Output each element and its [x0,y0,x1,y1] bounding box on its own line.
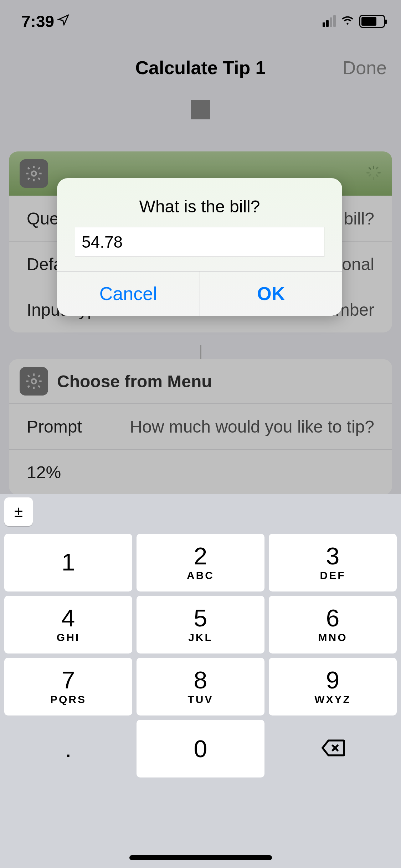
key-6[interactable]: 6MNO [269,596,397,653]
plus-minus-key[interactable]: ± [4,497,33,526]
key-dot[interactable]: . [4,720,132,777]
svg-point-9 [32,379,36,384]
gear-icon [20,367,48,396]
status-time: 7:39 [21,12,54,31]
status-bar: 7:39 [0,0,401,43]
key-9[interactable]: 9WXYZ [269,658,397,715]
dialog-title: What is the bill? [57,178,342,227]
svg-rect-1 [373,166,374,169]
row-value: How much would you like to tip? [130,417,374,436]
svg-rect-4 [377,172,381,174]
card-header: Choose from Menu [9,359,392,404]
svg-rect-2 [373,177,374,180]
home-indicator[interactable] [129,855,272,860]
svg-rect-5 [368,167,371,170]
svg-rect-7 [375,166,379,170]
key-1[interactable]: 1 [4,534,132,591]
field-row[interactable]: Prompt How much would you like to tip? [9,404,392,449]
done-button[interactable]: Done [343,57,387,78]
svg-rect-6 [375,174,379,177]
row-label: Prompt [27,417,82,436]
key-7[interactable]: 7PQRS [4,658,132,715]
svg-rect-3 [366,172,370,174]
key-8[interactable]: 8TUV [137,658,264,715]
stop-control[interactable] [0,93,401,141]
field-row[interactable]: 12% [9,449,392,495]
key-0[interactable]: 0 [137,720,264,777]
key-delete[interactable] [269,720,397,777]
key-3[interactable]: 3DEF [269,534,397,591]
ok-button[interactable]: OK [200,272,343,316]
row-value: bill? [344,209,374,228]
row-label: Que [27,209,59,228]
backspace-icon [321,739,345,758]
key-5[interactable]: 5JKL [137,596,264,653]
prompt-dialog: What is the bill? Cancel OK [57,178,342,316]
svg-rect-8 [368,174,371,177]
cancel-button[interactable]: Cancel [57,272,200,316]
dialog-input[interactable] [75,227,324,257]
row-value: onal [342,254,374,274]
cellular-icon [323,16,336,27]
nav-header: Calculate Tip 1 Done [0,43,401,93]
svg-point-0 [32,171,36,176]
card-title: Choose from Menu [57,372,212,391]
page-title: Calculate Tip 1 [135,57,266,78]
key-4[interactable]: 4GHI [4,596,132,653]
number-keyboard: ± 1 2ABC 3DEF 4GHI 5JKL 6MNO 7PQRS 8TUV … [0,494,401,868]
wifi-icon [340,12,355,31]
action-card-choose-menu[interactable]: Choose from Menu Prompt How much would y… [9,359,392,495]
row-label: 12% [27,463,61,482]
stop-icon [191,100,210,119]
battery-icon [359,15,385,28]
key-2[interactable]: 2ABC [137,534,264,591]
location-icon [57,14,70,30]
gear-icon [20,159,48,188]
spinner-icon [366,165,381,182]
connector [9,345,392,359]
